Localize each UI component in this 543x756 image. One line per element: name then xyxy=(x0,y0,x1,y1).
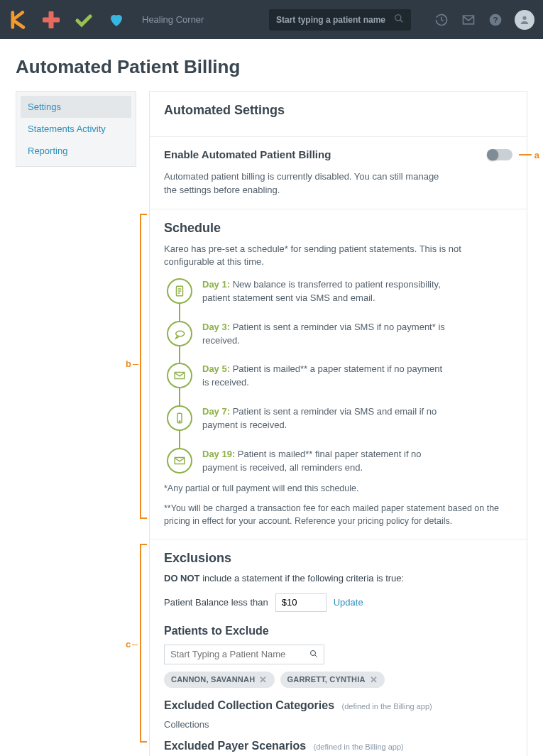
balance-input[interactable] xyxy=(275,593,327,612)
automated-settings-title: Automated Settings xyxy=(164,103,512,118)
sidebar-item-statements-activity[interactable]: Statements Activity xyxy=(21,118,131,140)
enable-section: Enable Automated Patient Billing a Autom… xyxy=(150,136,527,209)
exclusions-title: Exclusions xyxy=(164,551,512,566)
mail-step-icon xyxy=(167,363,192,388)
svg-point-9 xyxy=(179,421,180,422)
balance-threshold-row: Patient Balance less than Update xyxy=(164,593,512,612)
history-icon[interactable] xyxy=(434,12,449,28)
svg-point-0 xyxy=(395,14,401,20)
kareo-logo-icon[interactable] xyxy=(9,10,28,30)
chip-patient: GARRETT, CYNTHIA ✕ xyxy=(280,672,385,688)
sidebar-item-reporting[interactable]: Reporting xyxy=(21,140,131,162)
enable-title: Enable Automated Patient Billing xyxy=(164,148,331,160)
patient-search-input[interactable] xyxy=(276,15,390,25)
patient-search-top[interactable] xyxy=(269,9,411,31)
avatar[interactable] xyxy=(515,10,534,30)
page: Automated Patient Billing Settings State… xyxy=(0,39,543,756)
update-link[interactable]: Update xyxy=(334,597,363,608)
callout-a: a xyxy=(519,150,539,160)
svg-line-12 xyxy=(315,654,317,657)
excluded-patient-chips: CANNON, SAVANNAH ✕ GARRETT, CYNTHIA ✕ xyxy=(164,672,512,688)
patients-exclude-title: Patients to Exclude xyxy=(164,625,512,637)
chip-patient: CANNON, SAVANNAH ✕ xyxy=(164,672,275,688)
search-icon xyxy=(394,13,404,26)
mail-final-icon xyxy=(167,448,192,473)
step-day19: Day 19: Patient is mailed** final paper … xyxy=(167,448,512,475)
enable-desc: Automated patient billing is currently d… xyxy=(164,170,441,197)
svg-line-1 xyxy=(400,19,403,22)
svg-point-11 xyxy=(311,650,316,655)
mail-icon[interactable] xyxy=(461,12,476,28)
practice-name: Healing Corner xyxy=(142,14,204,25)
settings-panel: Automated Settings Enable Automated Pati… xyxy=(149,91,527,756)
step-day1: Day 1: New balance is transferred to pat… xyxy=(167,278,512,305)
topbar: Healing Corner ? xyxy=(0,0,543,39)
patient-exclude-input[interactable] xyxy=(170,649,309,659)
enable-toggle[interactable] xyxy=(487,149,512,160)
step-day5: Day 5: Patient is mailed** a paper state… xyxy=(167,363,512,390)
footnote-2: **You will be charged a transaction fee … xyxy=(164,502,512,527)
step-day7: Day 7: Patient is sent a reminder via SM… xyxy=(167,405,512,432)
help-icon[interactable]: ? xyxy=(488,12,503,28)
document-icon xyxy=(167,278,192,304)
chat-icon xyxy=(167,321,192,346)
chip-remove-icon[interactable]: ✕ xyxy=(370,675,378,684)
excluded-categories-value: Collections xyxy=(164,719,512,730)
top-right-icons: ? xyxy=(434,10,534,30)
exclusions-section: c Exclusions DO NOT include a statement … xyxy=(150,539,527,756)
svg-text:?: ? xyxy=(493,15,498,24)
schedule-title: Schedule xyxy=(164,221,512,236)
sidebar-item-settings[interactable]: Settings xyxy=(21,96,131,118)
sidebar: Settings Statements Activity Reporting xyxy=(16,91,136,167)
patient-exclude-search[interactable] xyxy=(164,645,324,664)
timeline: Day 1: New balance is transferred to pat… xyxy=(167,278,512,474)
balance-label: Patient Balance less than xyxy=(164,597,268,608)
svg-point-5 xyxy=(522,16,526,19)
plus-nav-icon[interactable] xyxy=(41,10,61,30)
schedule-section: b Schedule Kareo has pre-set a schedule*… xyxy=(150,209,527,539)
heart-nav-icon[interactable] xyxy=(106,10,126,30)
chip-remove-icon[interactable]: ✕ xyxy=(259,675,267,684)
footnote-1: *Any partial or full payment will end th… xyxy=(164,482,512,495)
step-day3: Day 3: Patient is sent a reminder via SM… xyxy=(167,321,512,348)
automated-settings-section: Automated Settings xyxy=(150,92,527,136)
search-icon xyxy=(309,648,318,661)
exclusions-intro: DO NOT include a statement if the follow… xyxy=(164,573,512,584)
excluded-payers-title: Excluded Payer Scenarios (defined in the… xyxy=(164,740,512,752)
excluded-categories-title: Excluded Collection Categories (defined … xyxy=(164,699,512,712)
schedule-intro: Kareo has pre-set a schedule* for sendin… xyxy=(164,243,462,268)
check-nav-icon[interactable] xyxy=(74,10,94,30)
phone-icon xyxy=(167,405,192,431)
page-title: Automated Patient Billing xyxy=(16,56,527,78)
